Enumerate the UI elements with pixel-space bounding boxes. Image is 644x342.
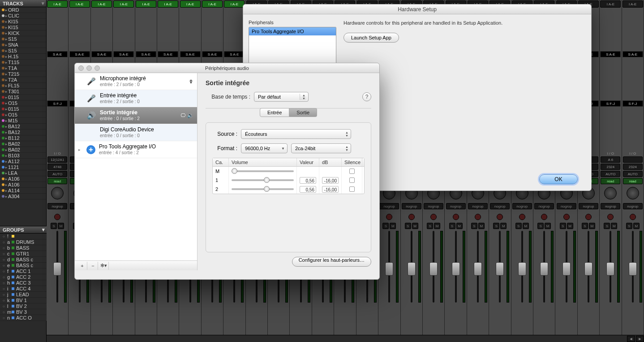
mute-button[interactable]: M <box>523 223 529 229</box>
tab-input[interactable]: Entrée <box>260 108 289 117</box>
record-button[interactable] <box>54 214 60 220</box>
fader-cap[interactable] <box>629 262 637 276</box>
fader[interactable] <box>423 231 444 303</box>
send-label[interactable]: S A-E <box>202 51 223 57</box>
fader-cap[interactable] <box>474 262 482 276</box>
fader[interactable] <box>401 231 422 303</box>
group-row[interactable]: ○iACC 4 <box>0 286 47 292</box>
fader[interactable] <box>623 231 643 303</box>
track-row[interactable]: ▸1121 <box>0 165 46 170</box>
send-label[interactable]: S A-E <box>224 51 245 57</box>
mute-checkbox[interactable] <box>349 186 355 192</box>
launch-setup-button[interactable]: Launch Setup App <box>343 33 399 43</box>
tab-output[interactable]: Sortie <box>289 108 317 117</box>
group-assign[interactable]: nogrop <box>47 203 67 209</box>
group-row[interactable]: ○! <box>0 234 47 239</box>
group-assign[interactable]: nogrop <box>623 203 643 209</box>
insert-slot[interactable]: I A-E <box>91 0 112 8</box>
track-row[interactable]: ▸KI15 <box>0 19 46 25</box>
group-assign[interactable]: nogrop <box>512 203 532 209</box>
mute-button[interactable]: M <box>58 223 64 229</box>
fader[interactable] <box>468 231 488 303</box>
value-field[interactable]: 0,56 <box>300 186 316 193</box>
track-row[interactable]: ▸KI15 <box>0 25 46 30</box>
group-assign[interactable]: nogrop <box>468 203 488 209</box>
scroll-right-icon[interactable]: ► <box>636 336 644 342</box>
mute-button[interactable]: M <box>589 223 595 229</box>
solo-button[interactable]: S <box>427 223 433 229</box>
insert-slot[interactable]: I A-E <box>69 0 90 8</box>
mute-button[interactable]: M <box>500 223 507 229</box>
send-label[interactable]: S A-E <box>113 51 134 57</box>
solo-button[interactable]: S <box>493 223 499 229</box>
solo-button[interactable]: S <box>515 223 522 229</box>
track-row[interactable]: ▸S15 <box>0 48 46 54</box>
peripheral-item[interactable]: Pro Tools Aggregate I/O <box>249 27 336 35</box>
automation-mode[interactable]: read <box>601 178 620 184</box>
fader-cap[interactable] <box>408 262 416 276</box>
track-row[interactable]: ▸O15 <box>0 112 46 118</box>
pan-knob[interactable] <box>51 187 64 199</box>
solo-button[interactable]: S <box>626 223 632 229</box>
horizontal-scrollbar[interactable]: ◄ ► <box>47 335 644 342</box>
group-row[interactable]: ○jLEAD <box>0 292 47 298</box>
track-row[interactable]: ▸T115 <box>0 60 46 65</box>
fader-cap[interactable] <box>452 262 460 276</box>
disclosure-icon[interactable]: ▸ <box>78 147 83 152</box>
fader[interactable] <box>379 231 399 303</box>
io-input[interactable]: 12(12A1 <box>47 156 67 163</box>
add-device-button[interactable]: + <box>77 262 87 270</box>
track-row[interactable]: ▸A106 <box>0 176 46 182</box>
insert-slot[interactable]: I A-E <box>623 0 643 8</box>
fader[interactable] <box>512 231 532 303</box>
fader-cap[interactable] <box>584 262 592 276</box>
db-field[interactable]: -16,00 <box>322 186 339 193</box>
track-row[interactable]: ▸T301 <box>0 89 46 95</box>
track-row[interactable]: ▸H.15 <box>0 54 46 60</box>
group-row[interactable]: ○cGTR1 <box>0 251 47 257</box>
send-label[interactable]: S A-E <box>47 51 68 57</box>
value-field[interactable]: 0,56 <box>300 177 316 184</box>
group-assign[interactable]: nogrop <box>379 203 399 209</box>
group-assign[interactable]: nogrop <box>490 203 510 209</box>
fader-cap[interactable] <box>518 262 526 276</box>
io-output[interactable]: 2324 <box>623 164 643 170</box>
group-assign[interactable]: nogrop <box>402 203 421 209</box>
format-bits-select[interactable]: 2ca-24bit▲▼ <box>291 143 351 153</box>
ok-button[interactable]: OK <box>539 174 578 184</box>
insert-slot[interactable]: I A-E <box>180 0 201 8</box>
track-row[interactable]: ▸KICK <box>0 30 46 36</box>
mute-button[interactable]: M <box>390 223 396 229</box>
record-button[interactable] <box>453 214 459 220</box>
slider-thumb[interactable] <box>264 186 270 192</box>
send-label[interactable]: S A-E <box>91 51 112 57</box>
group-row[interactable]: ○gACC 2 <box>0 274 47 280</box>
disclosure-icon[interactable]: ▾ <box>42 227 45 233</box>
clock-source-select[interactable]: Par défaut▲▼ <box>254 92 309 102</box>
insert-slot[interactable]: I A-E <box>47 0 68 8</box>
group-row[interactable]: ○lBV 2 <box>0 303 47 309</box>
solo-button[interactable]: S <box>537 223 544 229</box>
send-label[interactable]: S A-E <box>600 51 621 57</box>
track-row[interactable]: ▸A304 <box>0 194 46 199</box>
device-row[interactable]: Digi CoreAudio Deviceentrée : 0 / sortie… <box>75 124 197 141</box>
solo-button[interactable]: S <box>604 223 610 229</box>
solo-button[interactable]: S <box>560 223 566 229</box>
mute-checkbox[interactable] <box>349 169 355 174</box>
record-button[interactable] <box>497 214 503 220</box>
fader-cap[interactable] <box>562 262 571 276</box>
tracks-header[interactable]: TRACKS ▾ <box>0 0 46 7</box>
group-row[interactable]: ○dBASS c <box>0 257 47 263</box>
group-row[interactable]: ○hACC 3 <box>0 280 47 286</box>
track-row[interactable]: ▸O15 <box>0 100 46 106</box>
fader-cap[interactable] <box>429 262 438 276</box>
volume-slider[interactable] <box>232 179 294 181</box>
solo-button[interactable]: S <box>582 223 588 229</box>
group-assign[interactable]: nogrop <box>534 203 554 209</box>
track-row[interactable]: ▸ORD <box>0 7 46 13</box>
track-row[interactable]: ▸T215 <box>0 71 46 77</box>
fader-cap[interactable] <box>606 262 614 276</box>
record-button[interactable] <box>408 214 415 220</box>
record-button[interactable] <box>630 214 636 220</box>
fader[interactable] <box>489 231 510 303</box>
